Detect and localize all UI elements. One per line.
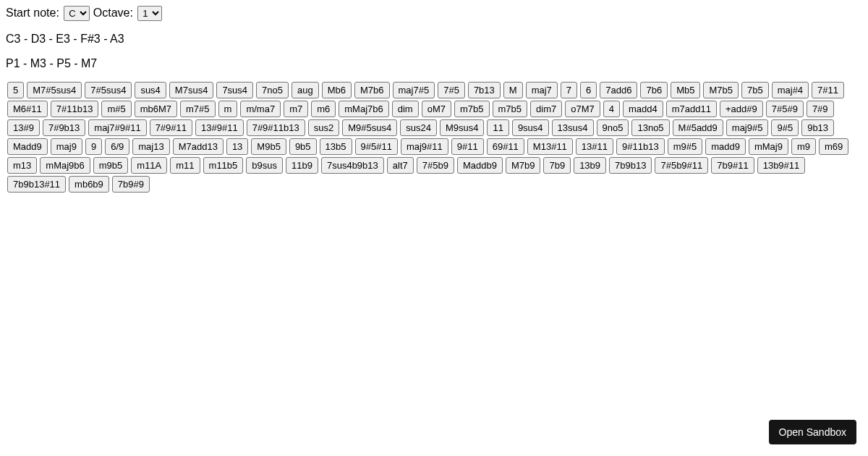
chord-button[interactable]: m13 — [7, 157, 37, 174]
chord-button[interactable]: 7b5 — [741, 82, 769, 98]
chord-button[interactable]: 7#11 — [812, 82, 844, 98]
chord-button[interactable]: m11 — [170, 157, 200, 174]
chord-button[interactable]: 7b6 — [640, 82, 668, 98]
chord-button[interactable]: 9#11 — [451, 138, 484, 155]
chord-button[interactable]: oM7 — [422, 101, 451, 117]
chord-button[interactable]: alt7 — [387, 157, 414, 174]
chord-button[interactable]: M13#11 — [527, 138, 573, 155]
chord-button[interactable]: 7#5b9#11 — [655, 157, 708, 174]
chord-button[interactable]: M9#5sus4 — [342, 119, 397, 136]
chord-button[interactable]: 7#9b13 — [43, 119, 85, 136]
chord-button[interactable]: 6 — [580, 82, 597, 98]
chord-button[interactable]: M6#11 — [7, 101, 48, 117]
chord-button[interactable]: 13no5 — [631, 119, 669, 136]
chord-button[interactable]: 4 — [603, 101, 620, 117]
chord-button[interactable]: m7#5 — [180, 101, 216, 117]
chord-button[interactable]: Mb5 — [671, 82, 700, 98]
chord-button[interactable]: M7#5sus4 — [27, 82, 82, 98]
chord-button[interactable]: m9b5 — [93, 157, 129, 174]
chord-button[interactable]: maj9#5 — [726, 119, 769, 136]
chord-button[interactable]: m#5 — [101, 101, 131, 117]
chord-button[interactable]: 13#9 — [7, 119, 40, 136]
chord-button[interactable]: 9 — [85, 138, 102, 155]
chord-button[interactable]: 7add6 — [600, 82, 637, 98]
chord-button[interactable]: 5 — [7, 82, 24, 98]
chord-button[interactable]: 9b13 — [801, 119, 834, 136]
start-note-select[interactable]: C — [64, 6, 90, 21]
chord-button[interactable]: o7M7 — [565, 101, 600, 117]
chord-button[interactable]: 7#9 — [807, 101, 834, 117]
chord-button[interactable]: M7sus4 — [169, 82, 214, 98]
chord-button[interactable]: maj#4 — [772, 82, 809, 98]
chord-button[interactable]: 7#9#11b13 — [247, 119, 305, 136]
octave-select[interactable]: 1 — [137, 6, 162, 21]
chord-button[interactable]: 7b9#11 — [711, 157, 754, 174]
chord-button[interactable]: 7sus4 — [216, 82, 253, 98]
chord-button[interactable]: 11 — [487, 119, 509, 136]
chord-button[interactable]: M7b9 — [506, 157, 541, 174]
chord-button[interactable]: m6 — [311, 101, 336, 117]
chord-button[interactable]: m9#5 — [668, 138, 703, 155]
chord-button[interactable]: 9#5 — [771, 119, 799, 136]
chord-button[interactable]: mb6b9 — [69, 176, 109, 193]
chord-button[interactable]: madd9 — [705, 138, 746, 155]
chord-button[interactable]: maj7#9#11 — [88, 119, 146, 136]
chord-button[interactable]: m7b5 — [493, 101, 528, 117]
chord-button[interactable]: m7b5 — [454, 101, 490, 117]
chord-button[interactable]: dim7 — [530, 101, 562, 117]
chord-button[interactable]: 7#11b13 — [51, 101, 99, 117]
chord-button[interactable]: 7sus4b9b13 — [321, 157, 384, 174]
chord-button[interactable]: 7#5#9 — [766, 101, 804, 117]
chord-button[interactable]: m69 — [819, 138, 848, 155]
chord-button[interactable]: 7b9b13#11 — [7, 176, 66, 193]
chord-button[interactable]: mMaj7b6 — [339, 101, 388, 117]
chord-button[interactable]: 9no5 — [597, 119, 629, 136]
chord-button[interactable]: m11A — [131, 157, 167, 174]
chord-button[interactable]: 7b9#9 — [112, 176, 150, 193]
chord-button[interactable]: 9#11b13 — [616, 138, 665, 155]
chord-button[interactable]: 7b9b13 — [609, 157, 652, 174]
chord-button[interactable]: 9sus4 — [512, 119, 549, 136]
chord-button[interactable]: m7 — [284, 101, 308, 117]
chord-button[interactable]: madd4 — [623, 101, 663, 117]
chord-button[interactable]: sus4 — [135, 82, 166, 98]
chord-button[interactable]: 6/9 — [105, 138, 129, 155]
chord-button[interactable]: dim — [392, 101, 419, 117]
chord-button[interactable]: maj7#5 — [393, 82, 435, 98]
chord-button[interactable]: 7b13 — [468, 82, 501, 98]
chord-button[interactable]: 13 — [226, 138, 248, 155]
chord-button[interactable]: m7add11 — [666, 101, 717, 117]
chord-button[interactable]: m11b5 — [203, 157, 244, 174]
chord-button[interactable]: maj7 — [526, 82, 558, 98]
chord-button[interactable]: maj9#11 — [401, 138, 448, 155]
chord-button[interactable]: 13b9#11 — [757, 157, 806, 174]
chord-button[interactable]: Madd9 — [7, 138, 48, 155]
chord-button[interactable]: 9#5#11 — [355, 138, 398, 155]
chord-button[interactable]: 7#5b9 — [417, 157, 454, 174]
chord-button[interactable]: M — [503, 82, 523, 98]
chord-button[interactable]: 7#9#11 — [150, 119, 192, 136]
chord-button[interactable]: b9sus — [246, 157, 283, 174]
chord-button[interactable]: mb6M7 — [135, 101, 177, 117]
chord-button[interactable]: M7b5 — [703, 82, 739, 98]
chord-button[interactable]: 13b9 — [574, 157, 606, 174]
chord-button[interactable]: 7 — [561, 82, 577, 98]
chord-button[interactable]: +add#9 — [720, 101, 763, 117]
chord-button[interactable]: 13#9#11 — [195, 119, 244, 136]
chord-button[interactable]: 7#5sus4 — [85, 82, 132, 98]
chord-button[interactable]: sus24 — [400, 119, 437, 136]
chord-button[interactable]: M9b5 — [251, 138, 286, 155]
chord-button[interactable]: 7b9 — [543, 157, 571, 174]
chord-button[interactable]: 13#11 — [576, 138, 613, 155]
chord-button[interactable]: mMaj9 — [749, 138, 788, 155]
chord-button[interactable]: 11b9 — [286, 157, 318, 174]
chord-button[interactable]: maj13 — [132, 138, 169, 155]
chord-button[interactable]: 7#5 — [438, 82, 465, 98]
chord-button[interactable]: m/ma7 — [240, 101, 281, 117]
chord-button[interactable]: 69#11 — [487, 138, 524, 155]
chord-button[interactable]: 9b5 — [289, 138, 317, 155]
chord-button[interactable]: Maddb9 — [457, 157, 503, 174]
chord-button[interactable]: 13sus4 — [552, 119, 594, 136]
chord-button[interactable]: M#5add9 — [673, 119, 723, 136]
chord-button[interactable]: M9sus4 — [440, 119, 485, 136]
